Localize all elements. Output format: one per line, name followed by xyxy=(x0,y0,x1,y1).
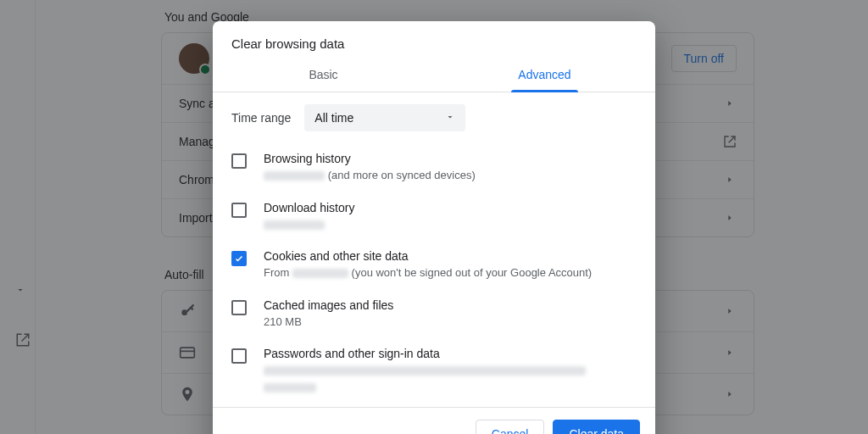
option-title: Cached images and files xyxy=(264,298,393,312)
chevron-down-icon xyxy=(445,111,455,125)
dialog-footer: Cancel Clear data xyxy=(213,407,655,434)
checkbox-browsing-history[interactable] xyxy=(231,153,247,169)
option-subtitle xyxy=(264,216,354,233)
redacted-text xyxy=(264,220,325,230)
checkbox-download-history[interactable] xyxy=(231,203,247,218)
option-title: Passwords and other sign-in data xyxy=(264,347,586,360)
clear-options-list: Browsing history (and more on synced dev… xyxy=(213,138,655,407)
clear-browsing-data-dialog: Clear browsing data Basic Advanced Time … xyxy=(213,21,655,434)
option-browsing-history[interactable]: Browsing history (and more on synced dev… xyxy=(231,143,637,192)
option-cookies[interactable]: Cookies and other site dataFrom (you won… xyxy=(231,241,637,290)
checkbox-cached[interactable] xyxy=(231,300,247,315)
option-title: Cookies and other site data xyxy=(264,249,592,263)
redacted-text xyxy=(292,269,348,278)
option-subtitle xyxy=(264,362,586,395)
time-range-label: Time range xyxy=(231,111,291,125)
checkbox-passwords[interactable] xyxy=(231,348,247,364)
modal-overlay: Clear browsing data Basic Advanced Time … xyxy=(0,0,868,434)
redacted-text xyxy=(264,383,316,392)
dialog-title: Clear browsing data xyxy=(213,21,655,59)
checkbox-cookies[interactable] xyxy=(231,251,247,266)
option-subtitle: (and more on synced devices) xyxy=(264,167,476,184)
redacted-text xyxy=(264,171,325,181)
cancel-button[interactable]: Cancel xyxy=(476,420,545,434)
time-range-row: Time range All time xyxy=(213,92,655,138)
option-subtitle: 210 MB xyxy=(264,314,393,331)
option-subtitle: From (you won't be signed out of your Go… xyxy=(264,264,592,281)
tab-advanced[interactable]: Advanced xyxy=(434,59,655,92)
dialog-tabs: Basic Advanced xyxy=(213,59,655,92)
redacted-text xyxy=(264,366,586,376)
option-cached[interactable]: Cached images and files210 MB xyxy=(231,290,637,339)
option-download-history[interactable]: Download history xyxy=(231,192,637,242)
tab-basic[interactable]: Basic xyxy=(213,59,434,92)
clear-data-button[interactable]: Clear data xyxy=(553,420,640,434)
time-range-value: All time xyxy=(314,111,353,125)
option-title: Browsing history xyxy=(264,152,476,165)
time-range-select[interactable]: All time xyxy=(304,104,465,131)
option-passwords[interactable]: Passwords and other sign-in data xyxy=(231,338,637,403)
option-title: Download history xyxy=(264,201,354,214)
